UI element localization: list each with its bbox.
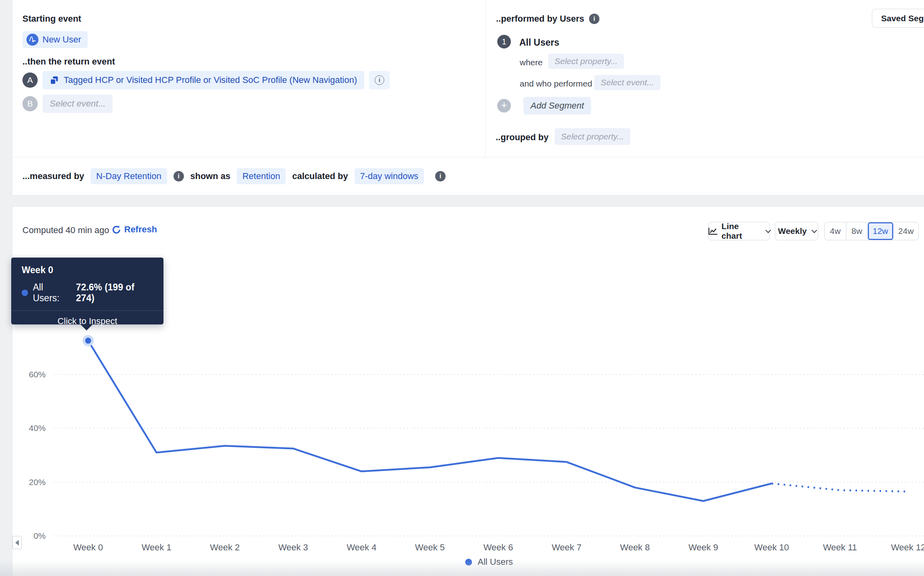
x-tick-label: Week 8 xyxy=(620,542,650,552)
return-event-label: ..then the return event xyxy=(22,56,115,67)
calculated-by-info-icon[interactable]: i xyxy=(435,171,446,181)
y-tick-label: 60% xyxy=(29,370,46,379)
combined-events-icon xyxy=(50,76,59,85)
x-tick-label: Week 1 xyxy=(141,542,171,552)
info-outline-icon: i xyxy=(375,75,384,85)
tooltip-series-row: All Users: 72.6% (199 of 274) xyxy=(11,276,163,310)
who-performed-event-input[interactable]: Select event... xyxy=(594,75,660,90)
query-builder-card: Starting event New User ..then the retur… xyxy=(12,0,924,195)
calculated-by-chip[interactable]: 7-day windows xyxy=(355,168,424,184)
x-tick-label: Week 0 xyxy=(73,542,103,552)
saved-segments-button[interactable]: Saved Segme xyxy=(872,9,924,28)
x-tick-label: Week 10 xyxy=(755,542,789,552)
return-event-a-name: Tagged HCP or Visited HCP Profile or Vis… xyxy=(64,75,357,85)
event-badge-b: B xyxy=(22,96,38,111)
starting-event-name: New User xyxy=(42,34,81,45)
performed-by-label: ..performed by Users xyxy=(496,14,584,24)
shown-as-chip[interactable]: Retention xyxy=(237,168,286,184)
shown-as-value: Retention xyxy=(242,171,280,181)
saved-segments-label: Saved Segme xyxy=(881,14,924,23)
calculated-by-value: 7-day windows xyxy=(360,171,419,181)
x-tick-label: Week 6 xyxy=(483,542,513,552)
x-tick-label: Week 5 xyxy=(415,542,445,552)
tooltip-series-dot xyxy=(22,290,28,296)
add-segment-plus-icon[interactable]: + xyxy=(497,99,511,113)
metric-info-icon[interactable]: i xyxy=(174,171,184,181)
select-event-placeholder: Select event... xyxy=(50,99,105,109)
where-label: where xyxy=(520,58,543,67)
shown-as-label: shown as xyxy=(190,171,230,181)
x-tick-label: Week 4 xyxy=(347,542,376,552)
where-placeholder: Select property... xyxy=(555,56,617,66)
add-segment-button[interactable]: Add Segment xyxy=(523,97,591,115)
tooltip-week-title: Week 0 xyxy=(11,258,163,276)
y-tick-label: 20% xyxy=(29,477,46,487)
segment-name[interactable]: All Users xyxy=(519,37,559,48)
metric-label: N-Day Retention xyxy=(96,171,161,181)
collapse-left-panel-button[interactable] xyxy=(12,536,22,549)
calculated-by-label: calculated by xyxy=(292,171,348,181)
event-a-info-button[interactable]: i xyxy=(369,71,390,89)
y-tick-label: 40% xyxy=(29,423,46,433)
metric-chip[interactable]: N-Day Retention xyxy=(91,168,167,184)
y-tick-label: 0% xyxy=(34,531,46,540)
chart-tooltip[interactable]: Week 0 All Users: 72.6% (199 of 274) Cli… xyxy=(11,258,163,324)
retention-line-projection[interactable] xyxy=(772,483,908,491)
x-tick-label: Week 11 xyxy=(823,542,857,552)
x-tick-label: Week 3 xyxy=(278,542,308,552)
grouped-by-property-input[interactable]: Select property... xyxy=(555,128,630,145)
return-event-row-a: A Tagged HCP or Visited HCP Profile or V… xyxy=(22,71,390,89)
where-property-input[interactable]: Select property... xyxy=(548,54,624,69)
starting-event-chip[interactable]: New User xyxy=(22,31,88,48)
return-event-row-b: B Select event... xyxy=(22,95,113,113)
x-tick-label: Week 12 xyxy=(891,542,924,552)
tooltip-series-value: 72.6% (199 of 274) xyxy=(76,282,153,304)
segments-pane: ..performed by Users i 1 All Users where… xyxy=(485,0,924,157)
collapse-left-icon xyxy=(15,540,19,546)
amplitude-event-icon xyxy=(26,34,38,46)
tooltip-series-label: All Users: xyxy=(33,282,71,304)
return-event-a-chip[interactable]: Tagged HCP or Visited HCP Profile or Vis… xyxy=(42,71,364,89)
select-event-input[interactable]: Select event... xyxy=(42,95,113,113)
event-badge-a: A xyxy=(22,73,38,88)
grouped-by-placeholder: Select property... xyxy=(561,132,624,141)
performed-by-info-icon[interactable]: i xyxy=(589,14,599,24)
x-tick-label: Week 7 xyxy=(552,542,581,552)
x-tick-label: Week 2 xyxy=(210,542,240,552)
chart-legend: All Users xyxy=(54,557,924,567)
legend-series-label[interactable]: All Users xyxy=(478,557,513,567)
legend-series-dot xyxy=(465,559,472,566)
tooltip-caret xyxy=(80,324,93,330)
add-segment-label: Add Segment xyxy=(531,101,584,111)
starting-event-label: Starting event xyxy=(22,14,81,24)
and-who-performed-label: and who performed xyxy=(520,79,592,89)
measured-by-label: ...measured by xyxy=(22,171,84,181)
retention-analysis-page: Starting event New User ..then the retur… xyxy=(0,0,924,576)
who-performed-placeholder: Select event... xyxy=(601,78,654,87)
highlight-marker[interactable] xyxy=(85,338,91,344)
x-tick-label: Week 9 xyxy=(688,542,718,552)
grouped-by-label: ..grouped by xyxy=(496,132,549,143)
retention-line[interactable] xyxy=(88,340,772,501)
measured-by-row: ...measured by N-Day Retention i shown a… xyxy=(12,157,924,195)
performed-by-header: ..performed by Users i xyxy=(496,14,599,24)
segment-number-badge: 1 xyxy=(497,35,511,48)
